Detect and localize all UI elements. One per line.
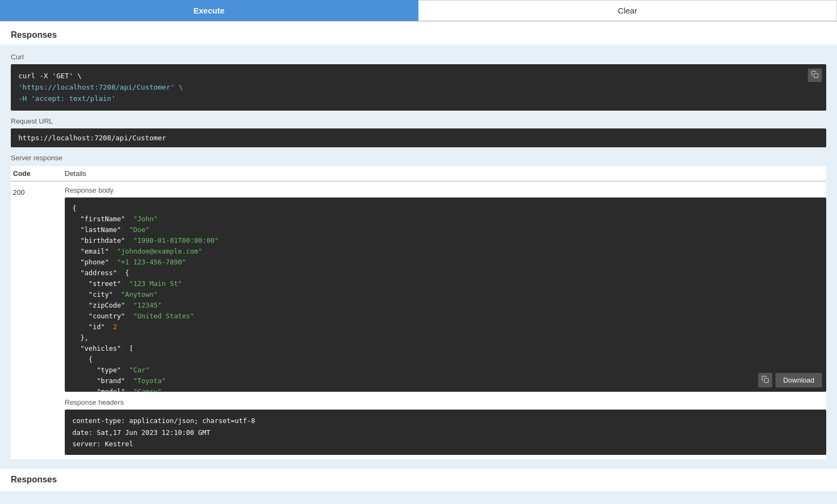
svg-rect-0 — [814, 73, 818, 78]
header-line-2: date: Sat,17 Jun 2023 12:10:00 GMT — [72, 427, 819, 438]
server-response-label: Server response — [11, 154, 826, 162]
curl-line3: -H 'accept: text/plain' — [18, 94, 115, 103]
curl-block: curl -X 'GET' \ 'https://localhost:7208/… — [11, 64, 826, 111]
execute-button[interactable]: Execute — [0, 0, 418, 21]
header-line-1: content-type: application/json; charset=… — [72, 415, 819, 426]
response-headers-block: content-type: application/json; charset=… — [65, 410, 826, 455]
curl-line1: curl -X 'GET' \ — [18, 72, 81, 80]
curl-line2: 'https://localhost:7208/api/Customer' \ — [18, 83, 183, 91]
response-table: Code Details 200 Response body { "firstN… — [11, 166, 826, 459]
curl-label: Curl — [11, 53, 826, 61]
clear-button[interactable]: Clear — [418, 0, 838, 21]
response-row-200: 200 Response body { "firstName": "John",… — [11, 182, 826, 459]
content-area: Curl curl -X 'GET' \ 'https://localhost:… — [0, 44, 837, 468]
code-header: Code — [11, 169, 65, 178]
response-body-block[interactable]: { "firstName": "John", "lastName": "Doe"… — [65, 197, 826, 392]
download-button[interactable]: Download — [775, 373, 822, 387]
response-copy-button[interactable] — [758, 373, 772, 387]
response-body-label: Response body — [65, 186, 826, 194]
response-body-actions: Download — [758, 373, 822, 387]
response-details: Response body { "firstName": "John", "la… — [65, 186, 826, 455]
response-code-200: 200 — [11, 186, 65, 196]
curl-copy-button[interactable] — [808, 69, 822, 82]
responses-title: Responses — [11, 30, 57, 39]
svg-rect-1 — [764, 379, 768, 383]
json-content: { "firstName": "John", "lastName": "Doe"… — [72, 203, 819, 392]
responses-bottom-section: Responses — [0, 468, 837, 491]
details-header: Details — [65, 169, 86, 178]
page-container: Execute Clear Responses Curl curl -X 'GE… — [0, 0, 837, 504]
request-url-label: Request URL — [11, 117, 826, 125]
response-headers-label: Response headers — [65, 398, 826, 406]
responses-bottom-title: Responses — [11, 475, 57, 484]
responses-section-top: Responses — [0, 22, 837, 44]
response-table-header: Code Details — [11, 166, 826, 181]
request-url-block: https://localhost:7208/api/Customer — [11, 128, 826, 147]
top-buttons-bar: Execute Clear — [0, 0, 837, 22]
header-line-3: server: Kestrel — [72, 438, 819, 449]
